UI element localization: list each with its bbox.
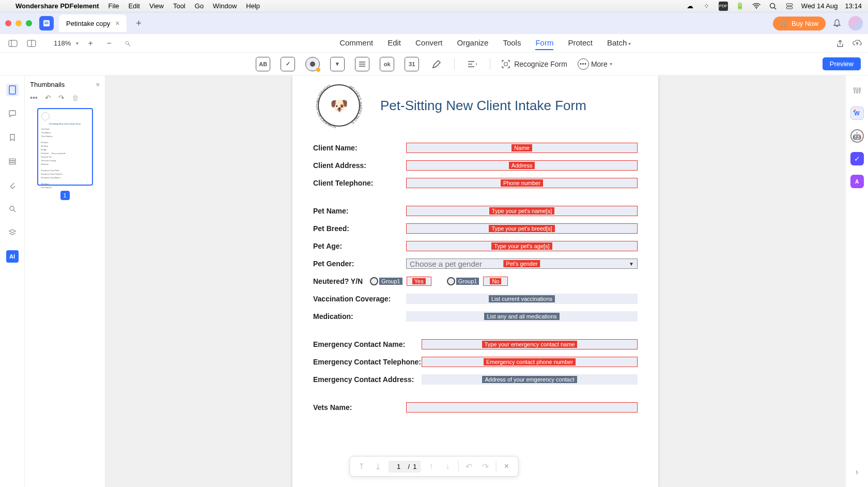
properties-icon[interactable]	[850, 84, 864, 97]
translate-icon[interactable]: A	[850, 175, 864, 188]
user-avatar[interactable]	[848, 16, 863, 31]
stack-icon[interactable]	[6, 226, 19, 239]
menu-edit[interactable]: Edit	[129, 2, 140, 10]
current-page-input[interactable]	[393, 463, 405, 470]
minimize-window[interactable]	[16, 20, 22, 26]
wifi-icon[interactable]	[752, 2, 761, 11]
layers-icon[interactable]	[6, 155, 19, 168]
buy-now-button[interactable]: 🛒 Buy Now	[773, 17, 826, 31]
pet-name-field[interactable]: Type your pet's name[s]	[406, 206, 638, 216]
list-tool[interactable]	[355, 57, 369, 71]
comments-icon[interactable]	[6, 108, 19, 120]
menu-view[interactable]: View	[149, 2, 164, 10]
thumbnails-icon[interactable]	[6, 84, 19, 96]
tab-edit[interactable]: Edit	[388, 36, 401, 50]
sidebar-toggle-icon[interactable]	[6, 37, 20, 50]
tab-protect[interactable]: Protect	[568, 36, 593, 50]
vaccination-field[interactable]: List current vaccinations	[406, 294, 638, 304]
ec-telephone-field[interactable]: Emergency contact phone number	[422, 357, 638, 367]
prev-page-button[interactable]: ↑	[425, 460, 437, 473]
page-input-box[interactable]: / 1	[389, 461, 421, 473]
pet-age-field[interactable]: Type your pet's age[s]	[406, 241, 638, 251]
client-name-field[interactable]: Name	[406, 143, 638, 153]
ec-name-field[interactable]: Type your emergency contact name	[422, 339, 638, 349]
rotate-right-icon[interactable]: ↷	[58, 94, 65, 102]
checkbox-tool[interactable]: ✓	[281, 57, 295, 71]
combo-tool[interactable]: ▾	[330, 57, 345, 71]
dots-icon[interactable]: ⁘	[702, 2, 711, 11]
word-export-icon[interactable]: W↗	[850, 106, 864, 120]
neutered-no-radio[interactable]: Group1	[447, 277, 484, 285]
pdf-badge[interactable]: PDF	[719, 2, 728, 11]
cloud-upload-icon[interactable]	[853, 39, 862, 48]
date-tool[interactable]: 31	[405, 57, 419, 71]
tab-batch[interactable]: Batch	[607, 36, 631, 50]
tab-comment[interactable]: Comment	[339, 36, 373, 50]
tab-tools[interactable]: Tools	[503, 36, 521, 50]
search-panel-icon[interactable]	[6, 203, 19, 215]
menu-file[interactable]: File	[109, 2, 119, 10]
client-address-field[interactable]: Address	[406, 160, 638, 171]
more-button[interactable]: ••• More ▾	[578, 58, 612, 70]
undo-button[interactable]: ↶	[462, 460, 475, 473]
last-page-button[interactable]: ⤓	[372, 460, 384, 473]
document-canvas[interactable]: 🐶 HELYER'S HAPPY TAILS SOMERSET PET-SITT…	[105, 75, 845, 487]
no-label-field[interactable]: No	[483, 277, 508, 286]
panel-toggle-icon[interactable]	[25, 37, 38, 50]
menu-window[interactable]: Window	[213, 2, 237, 10]
align-tool[interactable]	[465, 57, 479, 71]
first-page-button[interactable]: ⤒	[355, 460, 368, 473]
zoom-in-button[interactable]: +	[84, 37, 97, 50]
pet-breed-field[interactable]: Type your pet's breed[s]	[406, 223, 638, 234]
ai-assistant-icon[interactable]: 🤖	[850, 129, 864, 143]
close-window[interactable]	[5, 20, 11, 26]
thumb-menu-icon[interactable]: •••	[30, 94, 38, 102]
tab-convert[interactable]: Convert	[415, 36, 443, 50]
text-field-tool[interactable]: AB	[256, 57, 270, 71]
expand-right-panel-icon[interactable]: ›	[856, 467, 858, 477]
close-thumbnails-icon[interactable]: ×	[96, 81, 100, 88]
status-time[interactable]: 13:14	[845, 2, 862, 10]
button-tool[interactable]: ok	[380, 57, 394, 71]
maximize-window[interactable]	[26, 20, 32, 26]
next-page-button[interactable]: ↓	[441, 460, 454, 473]
client-telephone-field[interactable]: Phone number	[406, 178, 638, 188]
close-nav-button[interactable]: ×	[500, 460, 513, 473]
signature-tool[interactable]	[429, 57, 444, 71]
zoom-dropdown-icon[interactable]: ▾	[76, 40, 79, 46]
menu-go[interactable]: Go	[195, 2, 204, 10]
zoom-value[interactable]: 118%	[54, 39, 71, 47]
radio-tool[interactable]	[305, 57, 320, 71]
document-tab[interactable]: Petintake copy ×	[59, 14, 127, 32]
notifications-icon[interactable]	[832, 18, 842, 28]
close-tab-icon[interactable]: ×	[115, 19, 119, 27]
status-date[interactable]: Wed 14 Aug	[801, 2, 838, 10]
shield-check-icon[interactable]: ✓	[850, 152, 864, 165]
medication-field[interactable]: List any and all medications	[406, 311, 638, 322]
ai-button[interactable]: AI	[6, 250, 19, 263]
ec-address-field[interactable]: Address of your emgerency contact	[422, 374, 638, 385]
app-name[interactable]: Wondershare PDFelement	[16, 2, 99, 10]
page-thumbnail-1[interactable]: Pet-Sitting New Client Intake Form Clien…	[37, 108, 93, 186]
bookmarks-icon[interactable]	[6, 131, 19, 144]
menu-help[interactable]: Help	[246, 2, 260, 10]
neutered-yes-radio[interactable]: Group1	[370, 277, 407, 285]
vets-name-field[interactable]	[406, 402, 638, 413]
recognize-form-button[interactable]: Recognize Form	[501, 59, 567, 69]
window-controls[interactable]	[5, 20, 32, 26]
pet-gender-select[interactable]: Choose a pet genderPet's gender▼	[406, 258, 638, 269]
yes-label-field[interactable]: Yes	[407, 277, 431, 286]
fit-page-icon[interactable]	[121, 37, 134, 50]
battery-icon[interactable]: 🔋	[735, 2, 745, 11]
new-tab-button[interactable]: +	[131, 16, 146, 31]
tab-form[interactable]: Form	[535, 36, 553, 50]
preview-button[interactable]: Preview	[823, 57, 861, 70]
search-icon[interactable]	[768, 2, 778, 11]
menu-tool[interactable]: Tool	[173, 2, 185, 10]
redo-button[interactable]: ↷	[479, 460, 491, 473]
share-icon[interactable]	[836, 39, 844, 48]
cloud-icon[interactable]: ☁	[686, 2, 695, 11]
tab-organize[interactable]: Organize	[457, 36, 489, 50]
attachments-icon[interactable]	[6, 179, 19, 191]
control-center-icon[interactable]	[785, 2, 794, 11]
